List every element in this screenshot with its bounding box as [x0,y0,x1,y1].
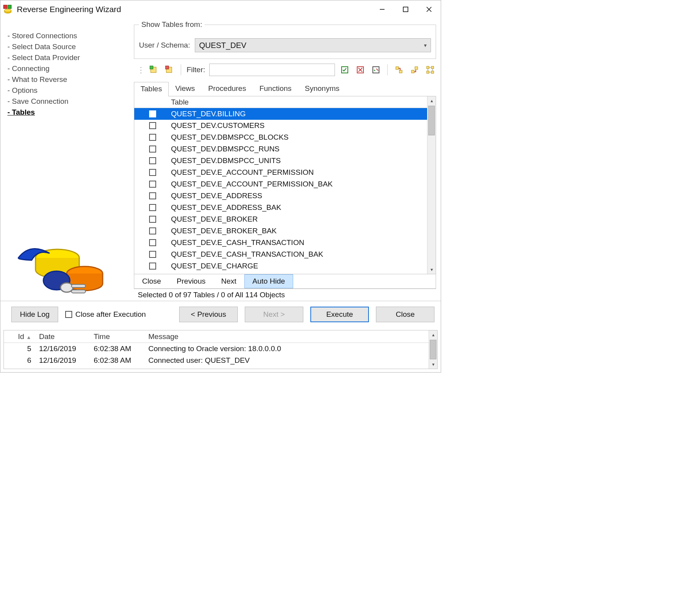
log-scroll-up-icon[interactable]: ▴ [429,330,437,339]
row-checkbox[interactable] [149,251,156,258]
svg-rect-29 [431,66,434,69]
table-row[interactable]: QUEST_DEV.E_CASH_TRANSACTION [134,237,427,249]
toggle-check-button[interactable] [370,64,382,76]
table-row[interactable]: QUEST_DEV.E_CHARGE_BAK [134,272,427,274]
next-label: Next > [263,310,285,319]
scroll-thumb[interactable] [428,106,435,135]
tab-synonyms[interactable]: Synonyms [298,82,346,96]
svg-line-23 [376,69,378,71]
table-row[interactable]: QUEST_DEV.CUSTOMERS [134,120,427,131]
table-row[interactable]: QUEST_DEV.E_CASH_TRANSACTION_BAK [134,249,427,260]
execute-button[interactable]: Execute [310,307,369,322]
list-toolbar: ⋮ Filter: [132,62,438,79]
list-footer-auto-hide[interactable]: Auto Hide [244,274,293,288]
row-checkbox[interactable] [149,204,156,211]
table-row[interactable]: QUEST_DEV.E_BROKER_BAK [134,225,427,237]
wizard-step[interactable]: - Tables [7,108,132,117]
log-cell-id: 5 [4,344,35,353]
close-after-execution-checkbox[interactable]: Close after Execution [65,310,146,319]
tab-tables[interactable]: Tables [134,82,169,96]
log-row[interactable]: 512/16/20196:02:38 AMConnecting to Oracl… [4,343,429,355]
log-col-message: Message [144,332,429,341]
list-footer-close[interactable]: Close [134,275,169,288]
tab-views[interactable]: Views [169,82,201,96]
row-checkbox[interactable] [149,157,156,164]
log-scroll-down-icon[interactable]: ▾ [429,360,437,369]
close-button[interactable]: Close [376,307,434,322]
svg-rect-12 [71,284,85,288]
list-footer-previous[interactable]: Previous [169,275,214,288]
log-scrollbar[interactable]: ▴ ▾ [429,330,437,369]
table-row[interactable]: QUEST_DEV.E_ADDRESS_BAK [134,202,427,213]
table-row[interactable]: QUEST_DEV.DBMSPCC_RUNS [134,143,427,155]
log-scroll-thumb[interactable] [430,340,436,359]
table-row[interactable]: QUEST_DEV.E_ADDRESS [134,190,427,202]
filter-input[interactable] [209,64,335,76]
minimize-button[interactable] [370,0,394,18]
row-checkbox[interactable] [149,239,156,246]
list-footer-next[interactable]: Next [214,275,244,288]
row-checkbox[interactable] [149,110,156,117]
wizard-step[interactable]: - Save Connection [7,97,132,106]
previous-label: < Previous [191,310,226,319]
uncheck-all-button[interactable] [354,64,366,76]
tab-procedures[interactable]: Procedures [201,82,253,96]
scroll-down-icon[interactable]: ▾ [427,265,436,274]
wizard-step[interactable]: - Stored Connections [7,32,132,40]
wizard-step[interactable]: - Options [7,86,132,95]
row-checkbox[interactable] [149,216,156,223]
checkbox-icon [65,311,72,318]
check-all-button[interactable] [339,64,351,76]
window-title: Reverse Engineering Wizard [17,5,370,14]
wizard-step[interactable]: - Select Data Source [7,43,132,51]
table-row[interactable]: QUEST_DEV.E_CHARGE [134,260,427,272]
list-header-label: Table [171,98,189,107]
user-schema-combobox[interactable]: QUEST_DEV ▾ [195,38,431,52]
previous-button[interactable]: < Previous [179,307,238,322]
filter-label: Filter: [187,66,205,74]
table-row[interactable]: QUEST_DEV.BILLING [134,108,427,120]
row-name: QUEST_DEV.E_BROKER_BAK [171,227,277,235]
svg-rect-5 [403,7,408,12]
list-scrollbar[interactable]: ▴ ▾ [427,96,436,274]
scroll-up-icon[interactable]: ▴ [427,96,436,105]
table-row[interactable]: QUEST_DEV.DBMSPCC_BLOCKS [134,131,427,143]
toolbar-button-2[interactable] [164,64,175,76]
maximize-button[interactable] [394,0,417,18]
list-footer-bar: ClosePreviousNextAuto Hide [134,274,436,289]
wizard-step[interactable]: - Select Data Provider [7,53,132,62]
toolbar-button-1[interactable] [148,64,160,76]
log-header[interactable]: Id ▲ Date Time Message [4,330,429,343]
tab-functions[interactable]: Functions [253,82,298,96]
relations-button-1[interactable] [393,64,405,76]
row-checkbox[interactable] [149,227,156,234]
table-row[interactable]: QUEST_DEV.E_ACCOUNT_PERMISSION_BAK [134,178,427,190]
row-checkbox[interactable] [149,146,156,153]
table-row[interactable]: QUEST_DEV.E_BROKER [134,213,427,225]
table-row[interactable]: QUEST_DEV.DBMSPCC_UNITS [134,155,427,167]
relations-button-2[interactable] [409,64,420,76]
row-checkbox[interactable] [149,263,156,270]
relations-grid-button[interactable] [424,64,436,76]
list-header[interactable]: Table [134,96,427,108]
wizard-step[interactable]: - What to Reverse [7,75,132,84]
wizard-steps-sidebar: - Stored Connections- Select Data Source… [0,18,132,301]
table-row[interactable]: QUEST_DEV.E_ACCOUNT_PERMISSION [134,167,427,178]
svg-rect-25 [399,70,402,73]
row-name: QUEST_DEV.DBMSPCC_UNITS [171,156,281,165]
next-button[interactable]: Next > [245,307,303,322]
row-checkbox[interactable] [149,181,156,188]
row-checkbox[interactable] [149,134,156,141]
row-checkbox[interactable] [149,122,156,129]
wizard-step[interactable]: - Connecting [7,64,132,73]
close-window-button[interactable] [417,0,441,18]
row-name: QUEST_DEV.DBMSPCC_BLOCKS [171,133,288,142]
log-row[interactable]: 612/16/20196:02:38 AMConnected user: QUE… [4,355,429,366]
show-tables-from-group: Show Tables from: User / Schema: QUEST_D… [134,25,436,59]
row-checkbox[interactable] [149,169,156,176]
log-cell-time: 6:02:38 AM [90,344,144,353]
svg-point-11 [61,283,73,292]
toolbar-separator-2 [387,64,388,75]
row-checkbox[interactable] [149,192,156,199]
hide-log-button[interactable]: Hide Log [11,307,58,322]
